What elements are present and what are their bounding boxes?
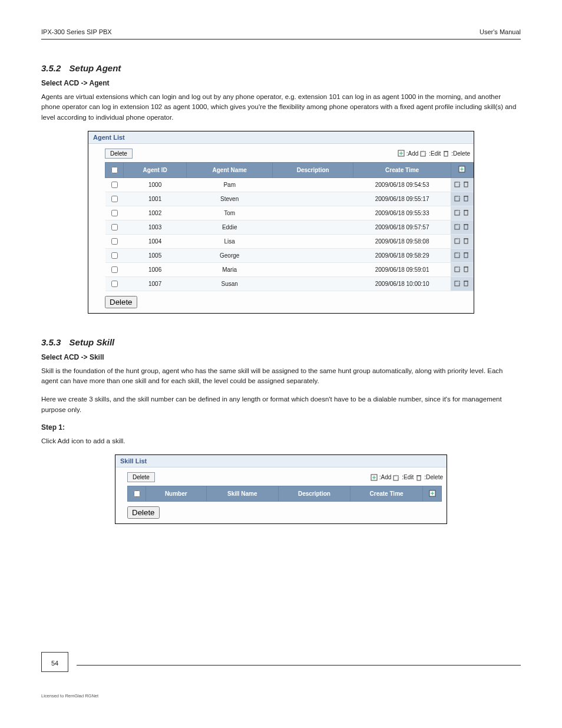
delete-button-bottom[interactable]: Delete bbox=[105, 296, 137, 308]
cell-agent-name: Eddie bbox=[187, 220, 273, 234]
edit-row-icon[interactable] bbox=[454, 251, 461, 258]
heading-3-5-2: 3.5.2 Setup Agent bbox=[41, 63, 521, 73]
delete-row-icon[interactable] bbox=[462, 265, 470, 272]
cell-description bbox=[273, 276, 353, 291]
edit-icon bbox=[420, 150, 427, 157]
cell-agent-id: 1002 bbox=[124, 206, 187, 220]
add-row-icon[interactable] bbox=[429, 490, 436, 497]
svg-rect-24 bbox=[464, 225, 468, 229]
panel-title: Agent List bbox=[88, 131, 474, 144]
edit-row-icon[interactable] bbox=[454, 180, 461, 187]
delete-row-icon[interactable] bbox=[462, 279, 470, 286]
table-row: 1007Susan2009/06/18 10:00:10 bbox=[105, 276, 474, 291]
delete-row-icon[interactable] bbox=[462, 195, 470, 202]
delete-row-icon[interactable] bbox=[462, 209, 470, 216]
svg-line-39 bbox=[457, 280, 461, 284]
edit-icon bbox=[393, 474, 400, 481]
table-row: 1006Maria2009/06/18 09:59:01 bbox=[105, 262, 474, 276]
svg-line-27 bbox=[457, 238, 461, 241]
cell-agent-name: Tom bbox=[187, 206, 273, 220]
cell-agent-name: Steven bbox=[187, 192, 273, 206]
delete-row-icon[interactable] bbox=[462, 223, 470, 230]
row-checkbox[interactable] bbox=[111, 252, 118, 259]
cell-agent-id: 1004 bbox=[124, 234, 187, 248]
heading-text: Setup Agent bbox=[70, 63, 121, 73]
icon-legend: :Add :Edit :Delete bbox=[398, 150, 470, 157]
cell-description bbox=[273, 177, 353, 192]
svg-line-15 bbox=[457, 195, 461, 199]
cell-agent-name: Maria bbox=[187, 262, 273, 276]
cell-agent-name: George bbox=[187, 248, 273, 262]
delete-button[interactable]: Delete bbox=[105, 149, 133, 159]
cell-agent-id: 1003 bbox=[124, 220, 187, 234]
add-icon bbox=[371, 474, 378, 481]
edit-row-icon[interactable] bbox=[454, 209, 461, 216]
table-row: 1003Eddie2009/06/18 09:57:57 bbox=[105, 220, 474, 234]
cell-description bbox=[273, 262, 353, 276]
row-checkbox[interactable] bbox=[111, 224, 118, 230]
cell-description bbox=[273, 248, 353, 262]
toolbar-top: Delete :Add :Edit :Delete bbox=[88, 144, 474, 162]
footer-rule bbox=[77, 665, 521, 666]
delete-icon bbox=[442, 150, 449, 157]
heading-3-5-3: 3.5.3 Setup Skill bbox=[41, 337, 521, 347]
para-step1: Click Add icon to add a skill. bbox=[41, 436, 521, 446]
cell-description bbox=[273, 234, 353, 248]
table-header-row: Number Skill Name Description Create Tim… bbox=[128, 486, 442, 502]
col-description: Description bbox=[278, 486, 350, 502]
select-all-checkbox[interactable] bbox=[111, 167, 118, 173]
edit-row-icon[interactable] bbox=[454, 265, 461, 272]
legend-add: :Add bbox=[406, 150, 419, 157]
cell-agent-id: 1001 bbox=[124, 192, 187, 206]
svg-line-4 bbox=[423, 150, 427, 154]
row-checkbox[interactable] bbox=[111, 238, 118, 245]
svg-rect-20 bbox=[464, 210, 468, 215]
license-text: Licensed to RemGlad RGNet bbox=[41, 693, 521, 699]
header-doc: User's Manual bbox=[480, 28, 521, 35]
row-checkbox[interactable] bbox=[111, 210, 118, 216]
heading-text: Setup Skill bbox=[70, 337, 115, 347]
delete-row-icon[interactable] bbox=[462, 237, 470, 244]
row-checkbox[interactable] bbox=[111, 266, 118, 273]
para-skill-2: Here we create 3 skills, and the skill n… bbox=[41, 394, 521, 415]
toolbar-bottom: Delete bbox=[88, 294, 474, 313]
row-checkbox[interactable] bbox=[111, 281, 118, 287]
add-row-icon[interactable] bbox=[458, 166, 465, 173]
col-actions bbox=[451, 162, 473, 177]
edit-row-icon[interactable] bbox=[454, 223, 461, 230]
running-header: IPX-300 Series SIP PBX User's Manual bbox=[41, 28, 521, 35]
delete-row-icon[interactable] bbox=[462, 251, 470, 258]
agent-table: Agent ID Agent Name Description Create T… bbox=[105, 162, 474, 291]
toolbar-top: Delete :Add :Edit :Delete bbox=[115, 467, 447, 486]
table-row: 1000Pam2009/06/18 09:54:53 bbox=[105, 177, 474, 192]
col-create-time: Create Time bbox=[350, 486, 422, 502]
heading-num: 3.5.3 bbox=[41, 337, 61, 347]
svg-rect-28 bbox=[464, 239, 468, 243]
row-checkbox[interactable] bbox=[111, 196, 118, 202]
table-row: 1004Lisa2009/06/18 09:58:08 bbox=[105, 234, 474, 248]
edit-row-icon[interactable] bbox=[454, 279, 461, 286]
icon-legend: :Add :Edit :Delete bbox=[371, 474, 443, 481]
cell-create-time: 2009/06/18 09:59:01 bbox=[353, 262, 451, 276]
col-agent-name: Agent Name bbox=[187, 162, 273, 177]
svg-line-23 bbox=[457, 223, 461, 227]
select-all-checkbox[interactable] bbox=[134, 490, 140, 497]
svg-rect-40 bbox=[464, 281, 468, 286]
col-checkbox bbox=[105, 162, 124, 177]
delete-row-icon[interactable] bbox=[462, 180, 470, 187]
edit-row-icon[interactable] bbox=[454, 237, 461, 244]
row-checkbox[interactable] bbox=[111, 182, 118, 188]
col-description: Description bbox=[273, 162, 353, 177]
svg-line-35 bbox=[457, 266, 461, 269]
edit-row-icon[interactable] bbox=[454, 195, 461, 202]
cell-create-time: 2009/06/18 09:58:08 bbox=[353, 234, 451, 248]
subhead-step1: Step 1: bbox=[41, 423, 521, 431]
subhead-select-skill: Select ACD -> Skill bbox=[41, 353, 521, 361]
svg-rect-36 bbox=[464, 267, 468, 272]
delete-button-bottom[interactable]: Delete bbox=[127, 506, 160, 519]
svg-rect-16 bbox=[464, 196, 468, 201]
delete-button[interactable]: Delete bbox=[127, 472, 155, 482]
col-create-time: Create Time bbox=[353, 162, 451, 177]
svg-line-31 bbox=[457, 252, 461, 255]
cell-agent-id: 1005 bbox=[124, 248, 187, 262]
